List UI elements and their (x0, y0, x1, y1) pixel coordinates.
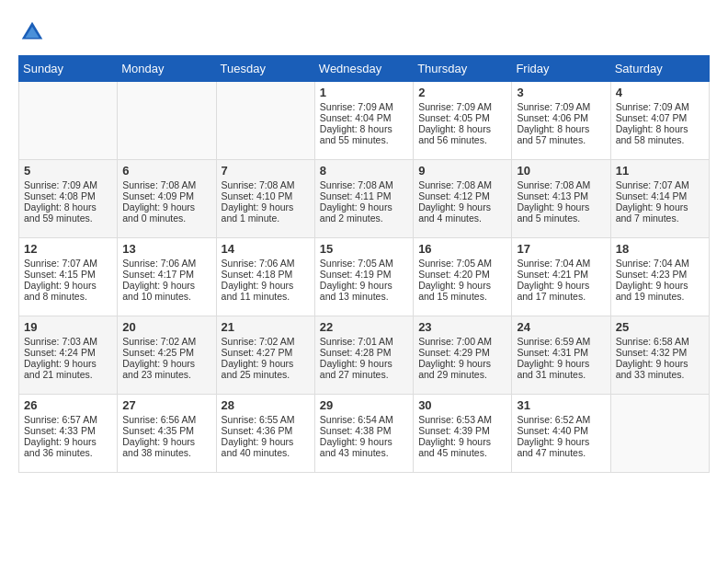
day-info: and 1 minute. (222, 213, 310, 224)
calendar-day-cell (19, 82, 118, 160)
day-info: Sunset: 4:32 PM (616, 347, 704, 358)
day-number: 9 (418, 164, 506, 178)
day-info: and 7 minutes. (616, 213, 704, 224)
day-info: and 38 minutes. (122, 447, 210, 458)
day-info: Daylight: 9 hours (222, 201, 310, 213)
calendar-day-cell (216, 82, 314, 160)
day-info: Daylight: 9 hours (418, 358, 506, 369)
day-number: 7 (222, 164, 310, 178)
day-info: Sunrise: 7:01 AM (320, 336, 408, 347)
day-info: Sunset: 4:39 PM (418, 425, 506, 436)
calendar-day-cell: 15Sunrise: 7:05 AMSunset: 4:19 PMDayligh… (314, 238, 413, 316)
day-of-week-header: Friday (512, 56, 610, 82)
day-info: Sunrise: 7:08 AM (517, 179, 605, 190)
day-number: 20 (122, 320, 210, 334)
day-info: Daylight: 9 hours (24, 280, 112, 291)
day-info: Daylight: 9 hours (320, 436, 408, 447)
day-info: Daylight: 8 hours (418, 123, 506, 134)
calendar-day-cell: 10Sunrise: 7:08 AMSunset: 4:13 PMDayligh… (512, 160, 610, 238)
day-info: Sunrise: 7:09 AM (517, 101, 605, 112)
day-info: and 5 minutes. (517, 213, 605, 224)
day-info: Sunset: 4:36 PM (222, 425, 310, 436)
day-info: and 21 minutes. (24, 369, 112, 380)
day-info: Sunrise: 7:09 AM (418, 101, 506, 112)
day-number: 25 (616, 320, 704, 334)
page-header (18, 18, 710, 46)
day-info: and 55 minutes. (320, 134, 408, 145)
day-info: Sunset: 4:17 PM (122, 269, 210, 280)
day-info: Sunset: 4:12 PM (418, 190, 506, 201)
day-number: 22 (320, 320, 408, 334)
calendar-day-cell: 21Sunrise: 7:02 AMSunset: 4:27 PMDayligh… (216, 316, 314, 395)
calendar-day-cell (118, 82, 216, 160)
day-info: Sunrise: 7:08 AM (122, 179, 210, 190)
day-info: Sunrise: 7:02 AM (122, 336, 210, 347)
day-info: Sunrise: 6:53 AM (418, 414, 506, 425)
day-number: 28 (222, 398, 310, 412)
day-info: and 27 minutes. (320, 369, 408, 380)
calendar-day-cell: 29Sunrise: 6:54 AMSunset: 4:38 PMDayligh… (314, 395, 413, 473)
day-number: 29 (320, 398, 408, 412)
day-info: and 4 minutes. (418, 213, 506, 224)
day-info: Sunset: 4:40 PM (517, 425, 605, 436)
day-info: Sunset: 4:27 PM (222, 347, 310, 358)
day-info: Daylight: 8 hours (320, 123, 408, 134)
day-info: Sunrise: 7:04 AM (517, 258, 605, 269)
day-of-week-header: Wednesday (314, 56, 413, 82)
day-info: Sunrise: 6:57 AM (24, 414, 112, 425)
day-info: Daylight: 8 hours (24, 201, 112, 213)
calendar-day-cell (610, 395, 709, 473)
day-info: Sunrise: 6:58 AM (616, 336, 704, 347)
day-number: 23 (418, 320, 506, 334)
day-info: Daylight: 8 hours (616, 123, 704, 134)
day-info: and 33 minutes. (616, 369, 704, 380)
calendar-header-row: SundayMondayTuesdayWednesdayThursdayFrid… (19, 56, 710, 82)
day-info: Sunrise: 6:55 AM (222, 414, 310, 425)
calendar-week-row: 19Sunrise: 7:03 AMSunset: 4:24 PMDayligh… (19, 316, 710, 395)
day-number: 18 (616, 242, 704, 256)
day-number: 10 (517, 164, 605, 178)
calendar-day-cell: 4Sunrise: 7:09 AMSunset: 4:07 PMDaylight… (610, 82, 709, 160)
day-info: and 15 minutes. (418, 291, 506, 302)
day-info: Daylight: 9 hours (122, 358, 210, 369)
day-number: 14 (222, 242, 310, 256)
day-info: Sunset: 4:20 PM (418, 269, 506, 280)
logo (18, 18, 48, 46)
day-info: Sunset: 4:19 PM (320, 269, 408, 280)
day-info: Sunset: 4:35 PM (122, 425, 210, 436)
day-number: 27 (122, 398, 210, 412)
day-info: Sunrise: 7:06 AM (222, 258, 310, 269)
day-number: 3 (517, 86, 605, 99)
day-info: Sunrise: 7:00 AM (418, 336, 506, 347)
day-info: Sunrise: 7:09 AM (616, 101, 704, 112)
day-info: Sunset: 4:31 PM (517, 347, 605, 358)
day-info: Daylight: 9 hours (320, 280, 408, 291)
day-info: and 23 minutes. (122, 369, 210, 380)
day-info: and 43 minutes. (320, 447, 408, 458)
day-info: Sunrise: 6:56 AM (122, 414, 210, 425)
day-info: Sunset: 4:15 PM (24, 269, 112, 280)
day-of-week-header: Monday (118, 56, 216, 82)
calendar-day-cell: 5Sunrise: 7:09 AMSunset: 4:08 PMDaylight… (19, 160, 118, 238)
day-info: Daylight: 9 hours (122, 201, 210, 213)
day-info: Sunset: 4:07 PM (616, 112, 704, 123)
day-of-week-header: Thursday (414, 56, 512, 82)
day-info: and 57 minutes. (517, 134, 605, 145)
day-info: and 10 minutes. (122, 291, 210, 302)
day-info: and 19 minutes. (616, 291, 704, 302)
calendar-table: SundayMondayTuesdayWednesdayThursdayFrid… (18, 55, 710, 473)
day-info: Daylight: 9 hours (517, 201, 605, 213)
day-number: 8 (320, 164, 408, 178)
day-info: Daylight: 9 hours (222, 358, 310, 369)
day-info: Daylight: 9 hours (320, 358, 408, 369)
day-info: and 40 minutes. (222, 447, 310, 458)
day-info: Daylight: 9 hours (418, 280, 506, 291)
calendar-day-cell: 3Sunrise: 7:09 AMSunset: 4:06 PMDaylight… (512, 82, 610, 160)
calendar-day-cell: 14Sunrise: 7:06 AMSunset: 4:18 PMDayligh… (216, 238, 314, 316)
day-info: Sunset: 4:21 PM (517, 269, 605, 280)
calendar-week-row: 26Sunrise: 6:57 AMSunset: 4:33 PMDayligh… (19, 395, 710, 473)
calendar-day-cell: 27Sunrise: 6:56 AMSunset: 4:35 PMDayligh… (118, 395, 216, 473)
day-info: Sunset: 4:13 PM (517, 190, 605, 201)
calendar-day-cell: 16Sunrise: 7:05 AMSunset: 4:20 PMDayligh… (414, 238, 512, 316)
day-info: Sunset: 4:04 PM (320, 112, 408, 123)
